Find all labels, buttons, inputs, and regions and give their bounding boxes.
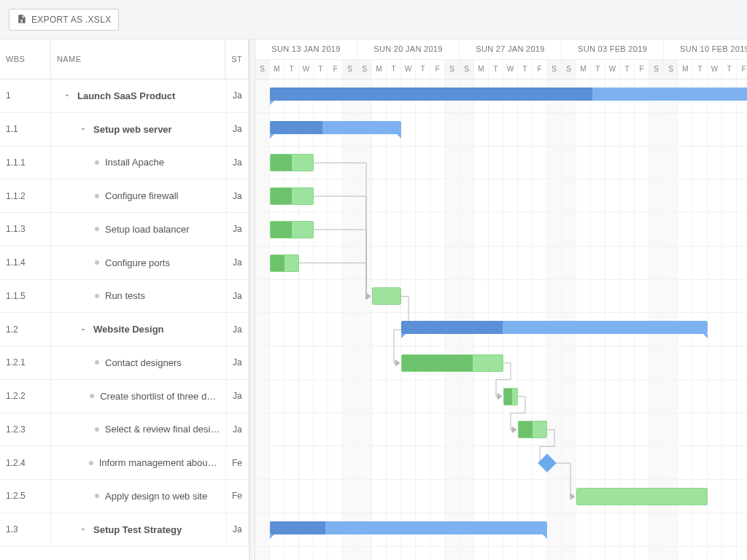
chevron-down-icon[interactable] <box>79 525 88 534</box>
timeline-day[interactable]: T <box>314 60 328 79</box>
col-header-wbs[interactable]: WBS <box>0 39 51 79</box>
gantt-task-bar[interactable] <box>518 421 547 438</box>
leaf-bullet-icon <box>95 260 99 265</box>
leaf-bullet-icon <box>95 494 99 498</box>
timeline-day[interactable]: M <box>270 60 285 79</box>
task-name: Select & review final design <box>105 424 220 435</box>
leaf-bullet-icon <box>95 227 99 231</box>
gantt-task-bar[interactable] <box>270 154 314 171</box>
timeline-day[interactable]: W <box>299 60 314 79</box>
table-row[interactable]: 1.2.3Select & review final designJa <box>0 413 249 447</box>
start-cell: Fe <box>226 480 249 513</box>
table-row[interactable]: 1.3Setup Test StrategyJa <box>0 513 249 547</box>
name-cell: Website Design <box>51 313 227 346</box>
table-row[interactable]: 1.1Setup web serverJa <box>0 113 249 147</box>
start-cell: Ja <box>227 380 249 413</box>
table-row[interactable]: 1.2.5Apply design to web siteFe <box>0 480 249 513</box>
timeline-week[interactable]: SUN 10 FEB 2019 <box>664 39 747 59</box>
table-row[interactable]: 1.1.2Configure firewallJa <box>0 179 249 213</box>
timeline-day[interactable]: S <box>460 60 474 79</box>
timeline-day[interactable]: T <box>387 60 401 79</box>
table-row[interactable]: 1.1.5Run testsJa <box>0 280 249 314</box>
timeline-day[interactable]: S <box>445 60 460 79</box>
timeline-week[interactable]: SUN 13 JAN 2019 <box>255 39 357 59</box>
timeline-day[interactable]: M <box>678 60 693 79</box>
table-row[interactable]: 1.1.3Setup load balancerJa <box>0 213 249 246</box>
timeline-day[interactable]: W <box>708 60 722 79</box>
gantt-task-bar[interactable] <box>503 388 518 405</box>
timeline-day[interactable]: T <box>285 60 299 79</box>
table-row[interactable]: 1Launch SaaS ProductJa <box>0 79 249 113</box>
timeline-day[interactable]: S <box>343 60 357 79</box>
task-name: Inform management about decision <box>99 457 220 468</box>
timeline-week[interactable]: SUN 27 JAN 2019 <box>460 39 562 59</box>
gantt-summary-bar[interactable] <box>401 321 708 334</box>
name-cell: Setup web server <box>51 113 227 146</box>
gantt-body[interactable] <box>255 79 747 560</box>
timeline-day[interactable]: W <box>401 60 416 79</box>
gantt-task-bar[interactable] <box>401 354 503 372</box>
chevron-down-icon[interactable] <box>63 91 71 100</box>
grid-header: WBS NAME ST <box>0 39 249 79</box>
table-row[interactable]: 1.2Website DesignJa <box>0 313 249 346</box>
timeline-day[interactable]: M <box>576 60 591 79</box>
timeline-day[interactable]: T <box>489 60 503 79</box>
timeline-day[interactable]: T <box>416 60 430 79</box>
name-cell: Inform management about decision <box>51 446 226 479</box>
timeline-day[interactable]: F <box>533 60 547 79</box>
timeline-day[interactable]: M <box>372 60 387 79</box>
gantt-summary-bar[interactable] <box>270 121 401 134</box>
gantt-task-bar[interactable] <box>270 221 314 238</box>
timeline-day[interactable]: W <box>605 60 620 79</box>
name-cell: Create shortlist of three designers <box>51 380 227 413</box>
gantt-container: WBS NAME ST 1Launch SaaS ProductJa1.1Set… <box>0 39 747 560</box>
timeline-day[interactable]: T <box>518 60 533 79</box>
timeline-day[interactable]: T <box>693 60 708 79</box>
grid-splitter[interactable] <box>249 39 255 560</box>
gantt-task-bar[interactable] <box>270 254 299 272</box>
name-cell: Configure ports <box>51 246 227 279</box>
wbs-cell: 1 <box>0 79 51 112</box>
chevron-down-icon[interactable] <box>79 325 88 334</box>
task-name: Install Apache <box>105 157 164 168</box>
export-icon <box>17 14 27 26</box>
task-name: Create shortlist of three designers <box>100 391 220 402</box>
col-header-name[interactable]: NAME <box>51 39 225 79</box>
timeline-day[interactable]: F <box>430 60 445 79</box>
timeline-day[interactable]: S <box>357 60 372 79</box>
table-row[interactable]: 1.1.4Configure portsJa <box>0 246 249 280</box>
timeline-week[interactable]: SUN 20 JAN 2019 <box>357 39 460 59</box>
timeline-day[interactable]: F <box>737 60 747 79</box>
timeline-day[interactable]: S <box>255 60 270 79</box>
export-button[interactable]: EXPORT AS .XSLX <box>9 9 119 31</box>
timeline-day[interactable]: M <box>474 60 489 79</box>
wbs-cell: 1.2.1 <box>0 346 51 379</box>
gantt-milestone[interactable] <box>538 454 556 472</box>
table-row[interactable]: 1.2.2Create shortlist of three designers… <box>0 380 249 413</box>
table-row[interactable]: 1.1.1Install ApacheJa <box>0 147 249 180</box>
col-header-start[interactable]: ST <box>225 39 249 79</box>
gantt-task-bar[interactable] <box>270 187 314 205</box>
timeline-day[interactable]: S <box>649 60 664 79</box>
gantt-summary-bar[interactable] <box>270 521 547 534</box>
table-row[interactable]: 1.2.4Inform management about decisionFe <box>0 446 249 480</box>
timeline-day[interactable]: F <box>635 60 649 79</box>
timeline-day[interactable]: S <box>562 60 576 79</box>
timeline-day[interactable]: T <box>620 60 635 79</box>
start-cell: Ja <box>227 346 249 379</box>
gantt-task-bar[interactable] <box>576 488 708 505</box>
name-cell: Select & review final design <box>51 413 227 446</box>
timeline-day[interactable]: S <box>547 60 562 79</box>
timeline-day[interactable]: T <box>591 60 605 79</box>
timeline-day[interactable]: F <box>328 60 343 79</box>
timeline-week[interactable]: SUN 03 FEB 2019 <box>562 39 664 59</box>
timeline-day[interactable]: T <box>722 60 737 79</box>
chevron-down-icon[interactable] <box>79 125 88 133</box>
timeline-day[interactable]: S <box>664 60 678 79</box>
start-cell: Ja <box>227 213 249 246</box>
timeline-day[interactable]: W <box>503 60 518 79</box>
gantt-task-bar[interactable] <box>372 287 401 305</box>
gantt-summary-bar[interactable] <box>270 88 747 101</box>
table-row[interactable]: 1.2.1Contact designersJa <box>0 346 249 380</box>
export-label: EXPORT AS .XSLX <box>31 15 111 25</box>
